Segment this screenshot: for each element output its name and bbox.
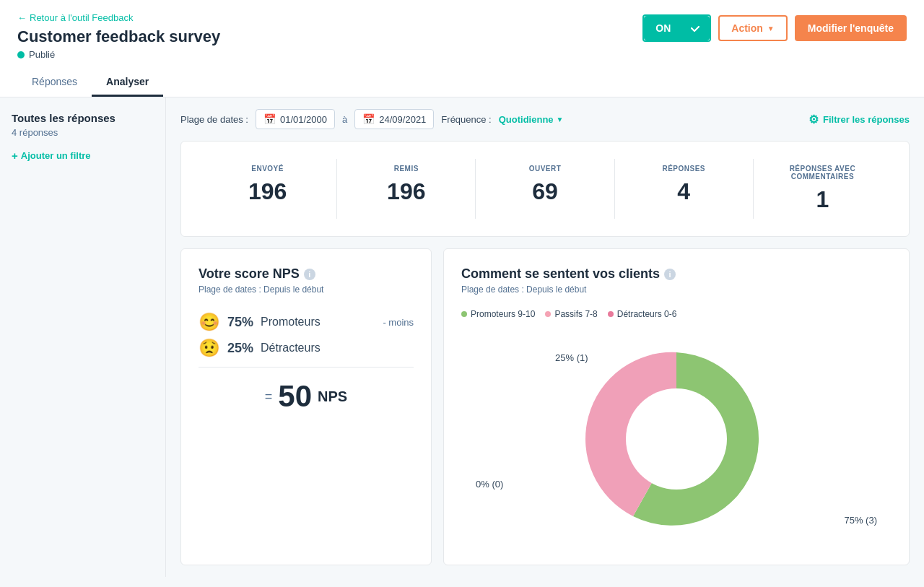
on-check[interactable]	[682, 16, 710, 40]
sidebar: Toutes les réponses 4 réponses Ajouter u…	[0, 97, 166, 577]
legend-detracteurs-label: Détracteurs 0-6	[617, 309, 677, 319]
chart-legend: Promoteurs 9-10 Passifs 7-8 Détracteurs …	[461, 309, 892, 319]
back-link[interactable]: Retour à l'outil Feedback	[17, 12, 133, 23]
stat-remis-label: REMIS	[349, 165, 463, 173]
nps-detractors-row: 😟 25% Détracteurs	[199, 338, 414, 358]
on-toggle[interactable]: ON	[642, 14, 711, 42]
nps-less: - moins	[328, 317, 414, 328]
date-sep: à	[342, 114, 347, 125]
content-area: Plage de dates : 📅 01/01/2000 à 📅 24/09/…	[166, 97, 924, 577]
nps-score-value: 50	[278, 379, 312, 414]
nps-info-icon[interactable]: i	[304, 269, 315, 280]
nps-divider	[199, 367, 414, 368]
legend-detracteurs-dot	[608, 311, 614, 317]
freq-label: Fréquence :	[441, 114, 491, 125]
stat-ouvert-label: OUVERT	[487, 165, 602, 173]
nps-card-title: Votre score NPS i	[199, 266, 414, 282]
date-range-label: Plage de dates :	[180, 114, 248, 125]
cards-row: Votre score NPS i Plage de dates : Depui…	[180, 248, 910, 565]
nps-promoters-row: 😊 75% Promoteurs - moins	[199, 312, 414, 332]
legend-passifs-dot	[545, 311, 551, 317]
detractor-face-icon: 😟	[199, 338, 220, 358]
stat-envoye-label: ENVOYÉ	[210, 165, 325, 173]
donut-chart-container: 25% (1) 75% (3) 0% (0)	[461, 331, 892, 547]
donut-label-25: 25% (1)	[555, 352, 588, 363]
stat-remis: REMIS 196	[337, 159, 476, 219]
donut-svg	[568, 331, 785, 547]
legend-promoteurs-label: Promoteurs 9-10	[471, 309, 535, 319]
status-dot	[17, 51, 25, 58]
sidebar-title: Toutes les réponses	[12, 112, 154, 124]
nps-eq: =	[265, 389, 273, 404]
calendar-from-icon: 📅	[263, 113, 276, 125]
stat-ouvert: OUVERT 69	[476, 159, 614, 219]
chart-card-title: Comment se sentent vos clients i	[461, 266, 892, 282]
date-to-value: 24/09/2021	[379, 114, 426, 125]
date-to-input[interactable]: 📅 24/09/2021	[354, 109, 434, 129]
header-actions: ON Action ▼ Modifier l'enquête	[642, 14, 907, 42]
chart-card-subtitle: Plage de dates : Depuis le début	[461, 284, 892, 295]
date-from-value: 01/01/2000	[280, 114, 327, 125]
promoters-pct: 75%	[227, 315, 253, 330]
tab-reponses[interactable]: Réponses	[17, 69, 92, 97]
stats-card: ENVOYÉ 196 REMIS 196 OUVERT 69 RÉPONSES …	[180, 141, 910, 237]
add-filter-btn[interactable]: Ajouter un filtre	[12, 149, 154, 162]
stat-reponses-commentaires-value: 1	[765, 186, 880, 213]
stat-envoye-value: 196	[210, 178, 325, 205]
nps-score-label: NPS	[318, 388, 347, 405]
nps-card: Votre score NPS i Plage de dates : Depui…	[180, 248, 432, 565]
date-from-input[interactable]: 📅 01/01/2000	[256, 109, 335, 129]
action-button[interactable]: Action ▼	[718, 15, 787, 41]
on-button[interactable]: ON	[644, 16, 682, 40]
donut-label-75: 75% (3)	[844, 515, 877, 526]
detractors-label: Détracteurs	[261, 342, 321, 355]
donut-label-0: 0% (0)	[476, 479, 503, 490]
tab-analyser[interactable]: Analyser	[92, 69, 163, 97]
promoter-face-icon: 😊	[199, 312, 220, 332]
stat-envoye: ENVOYÉ 196	[199, 159, 337, 219]
nps-score-row: = 50 NPS	[199, 379, 414, 414]
filter-row: Plage de dates : 📅 01/01/2000 à 📅 24/09/…	[180, 109, 910, 129]
chart-card: Comment se sentent vos clients i Plage d…	[443, 248, 910, 565]
stat-reponses-value: 4	[627, 178, 741, 205]
chart-info-icon[interactable]: i	[664, 269, 676, 280]
stat-reponses: RÉPONSES 4	[615, 159, 754, 219]
nps-card-subtitle: Plage de dates : Depuis le début	[199, 284, 414, 295]
stat-ouvert-value: 69	[487, 178, 602, 205]
stats-row: ENVOYÉ 196 REMIS 196 OUVERT 69 RÉPONSES …	[199, 159, 892, 219]
legend-passifs: Passifs 7-8	[545, 309, 597, 319]
freq-select[interactable]: Quotidienne ▼	[499, 114, 564, 125]
detractors-pct: 25%	[227, 341, 253, 356]
modify-button[interactable]: Modifier l'enquête	[795, 15, 907, 41]
svg-point-0	[626, 388, 727, 490]
stat-reponses-commentaires: RÉPONSES AVEC COMMENTAIRES 1	[754, 159, 892, 219]
calendar-to-icon: 📅	[362, 113, 375, 125]
main-content: Toutes les réponses 4 réponses Ajouter u…	[0, 97, 924, 577]
stat-remis-value: 196	[349, 178, 463, 205]
filter-responses-btn[interactable]: ⚙ Filtrer les réponses	[808, 113, 910, 126]
stat-reponses-commentaires-label: RÉPONSES AVEC COMMENTAIRES	[765, 165, 880, 181]
stat-reponses-label: RÉPONSES	[627, 165, 741, 173]
legend-detracteurs: Détracteurs 0-6	[608, 309, 677, 319]
promoters-label: Promoteurs	[261, 316, 321, 329]
sidebar-count: 4 réponses	[12, 127, 154, 138]
tabs-row: Réponses Analyser	[17, 69, 907, 97]
legend-promoteurs: Promoteurs 9-10	[461, 309, 535, 319]
legend-promoteurs-dot	[461, 311, 467, 317]
status-text: Publié	[29, 49, 55, 60]
legend-passifs-label: Passifs 7-8	[554, 309, 597, 319]
